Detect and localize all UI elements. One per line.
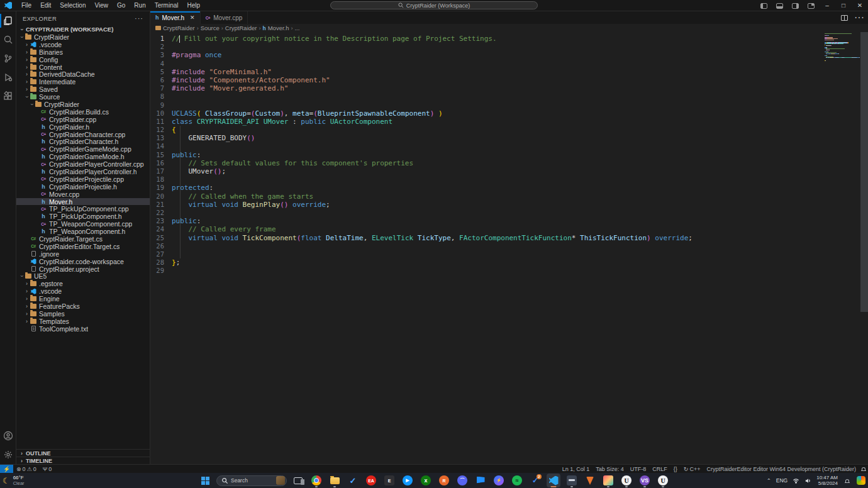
widgets-icon[interactable] — [857, 476, 865, 485]
tree-item-cryptraidereditor.target.cs[interactable]: C#CryptRaiderEditor.Target.cs — [16, 243, 150, 250]
tree-item-deriveddatacache[interactable]: ›DerivedDataCache — [16, 70, 150, 78]
tree-item-cryptraiderprojectile.cpp[interactable]: C+CryptRaiderProjectile.cpp — [16, 175, 150, 183]
command-center-search[interactable]: CryptRaider (Workspace) — [330, 1, 538, 9]
tree-item-cryptraidercharacter.cpp[interactable]: C+CryptRaiderCharacter.cpp — [16, 131, 150, 138]
menu-terminal[interactable]: Terminal — [150, 2, 183, 9]
maximize-button[interactable]: □ — [835, 0, 852, 11]
code-line-21[interactable]: 21 virtual void BeginPlay() override; — [150, 201, 868, 209]
breadcrumb-item[interactable]: CryptRaider — [225, 25, 257, 31]
code-line-8[interactable]: 8 — [150, 92, 868, 101]
tree-item-cryptraider.uproject[interactable]: CryptRaider.uproject — [16, 265, 150, 273]
tree-item-cryptraiderplayercontroller.h[interactable]: hCryptRaiderPlayerController.h — [16, 168, 150, 175]
tree-item-toolcomplete.txt[interactable]: ToolComplete.txt — [16, 325, 150, 333]
editor-more-actions[interactable]: ··· — [854, 12, 864, 23]
code-line-23[interactable]: 23public: — [150, 217, 868, 225]
code-line-28[interactable]: 28}; — [150, 258, 868, 267]
customize-layout-icon[interactable] — [808, 3, 815, 9]
breadcrumb-item[interactable]: Source — [201, 25, 220, 31]
toggle-panel-icon[interactable] — [776, 3, 783, 9]
code-line-10[interactable]: 10UCLASS( ClassGroup=(Custom), meta=(Blu… — [150, 109, 868, 118]
tree-item-.ignore[interactable]: .ignore — [16, 250, 150, 258]
toggle-secondary-sidebar-icon[interactable] — [792, 3, 799, 9]
taskbar-search[interactable]: Search — [216, 475, 287, 486]
status-utf-8[interactable]: UTF-8 — [627, 465, 650, 474]
code-line-2[interactable]: 2 — [150, 43, 868, 51]
tree-item-templates[interactable]: ›Templates — [16, 318, 150, 325]
menu-run[interactable]: Run — [130, 2, 150, 9]
minimize-button[interactable]: – — [819, 0, 835, 11]
close-button[interactable]: ✕ — [852, 0, 868, 11]
language-indicator[interactable]: ENG — [776, 477, 787, 484]
tree-item-cryptraider.build.cs[interactable]: C#CryptRaider.Build.cs — [16, 108, 150, 116]
status-cryptraidereditor-editor-win64-development-cryptraider-[interactable]: CryptRaiderEditor Editor Win64 Developme… — [703, 465, 859, 474]
code-line-27[interactable]: 27 — [150, 250, 868, 258]
taskbar-ea-icon[interactable]: EA — [364, 474, 378, 487]
tree-item-cryptraidergamemode.h[interactable]: hCryptRaiderGameMode.h — [16, 153, 150, 160]
code-line-13[interactable]: 13 GENERATED_BODY() — [150, 134, 868, 142]
tree-item-mover.cpp[interactable]: C+Mover.cpp — [16, 191, 150, 198]
breadcrumb-item[interactable]: Mover.h — [268, 25, 289, 31]
tree-item-intermediate[interactable]: ›Intermediate — [16, 78, 150, 86]
code-line-20[interactable]: 20 // Called when the game starts — [150, 192, 868, 201]
code-line-15[interactable]: 15public: — [150, 151, 868, 159]
tree-item-config[interactable]: ›Config — [16, 56, 150, 64]
tree-item-cryptraider[interactable]: ›CryptRaider — [16, 33, 150, 41]
split-editor-icon[interactable] — [841, 15, 848, 21]
taskbar-unreal-engine-2-icon[interactable]: U — [656, 474, 670, 487]
tree-item-.vscode[interactable]: ›.vscode — [16, 287, 150, 295]
breadcrumb-item[interactable]: ... — [294, 25, 299, 31]
tree-item-featurepacks[interactable]: ›FeaturePacks — [16, 302, 150, 310]
code-line-1[interactable]: 1// Fill out your copyright notice in th… — [150, 35, 868, 43]
tree-item-cryptraider.code-workspace[interactable]: CryptRaider.code-workspace — [16, 258, 150, 265]
taskbar-messenger-icon[interactable]: ⚡ — [492, 474, 506, 487]
code-line-18[interactable]: 18 — [150, 175, 868, 184]
code-line-17[interactable]: 17 UMover(); — [150, 167, 868, 175]
breadcrumb-item[interactable]: CryptRaider — [163, 25, 195, 31]
taskbar-epic-games-icon[interactable]: E — [382, 474, 396, 487]
tree-item-cryptraidergamemode.cpp[interactable]: C+CryptRaiderGameMode.cpp — [16, 145, 150, 153]
taskbar-visual-studio-icon[interactable]: VS — [638, 474, 652, 487]
editor-scrollbar[interactable] — [860, 32, 868, 312]
code-line-19[interactable]: 19protected: — [150, 184, 868, 192]
status-c++[interactable]: ↻C++ — [681, 465, 704, 474]
activity-extensions[interactable] — [0, 87, 16, 106]
taskbar-carrot-icon[interactable] — [583, 474, 597, 487]
code-line-22[interactable]: 22 — [150, 209, 868, 217]
wifi-icon[interactable] — [793, 477, 799, 484]
tree-item-cryptraider.h[interactable]: hCryptRaider.h — [16, 123, 150, 131]
code-line-4[interactable]: 4 — [150, 60, 868, 68]
problems-status[interactable]: ⊗0 ⚠0 — [13, 465, 40, 474]
tree-item-cryptraidercharacter.h[interactable]: hCryptRaiderCharacter.h — [16, 138, 150, 145]
code-line-29[interactable]: 29 — [150, 267, 868, 275]
explorer-more-actions[interactable]: ··· — [135, 14, 143, 22]
taskbar-discord-icon[interactable]: ⌒ — [455, 474, 469, 487]
ports-status[interactable]: Ψ0 — [40, 465, 55, 474]
outline-panel-header[interactable]: › OUTLINE — [16, 449, 150, 457]
activity-search[interactable] — [0, 30, 16, 49]
workspace-section-header[interactable]: › CRYPTRAIDER (WORKSPACE) — [16, 25, 150, 33]
tree-item-mover.h[interactable]: hMover.h — [16, 198, 150, 206]
taskbar-file-explorer-icon[interactable] — [328, 474, 342, 487]
tree-item-samples[interactable]: ›Samples — [16, 310, 150, 318]
taskbar-spotify-icon[interactable]: ≈ — [510, 474, 524, 487]
tree-item-tp_weaponcomponent.h[interactable]: hTP_WeaponComponent.h — [16, 228, 150, 235]
tab-mover.cpp[interactable]: C+Mover.cpp — [201, 11, 248, 24]
activity-settings[interactable] — [0, 445, 16, 464]
menu-view[interactable]: View — [91, 2, 113, 9]
taskbar-battle-flag-icon[interactable] — [474, 474, 487, 487]
taskbar-vscode-icon[interactable] — [547, 474, 560, 487]
tree-item-cryptraider.cpp[interactable]: C+CryptRaider.cpp — [16, 116, 150, 123]
menu-help[interactable]: Help — [183, 2, 205, 9]
taskbar-prime-icon[interactable]: ▶ — [401, 474, 415, 487]
close-tab-icon[interactable]: ✕ — [190, 14, 195, 21]
notifications-bell-icon[interactable] — [862, 467, 865, 470]
code-line-12[interactable]: 12{ — [150, 126, 868, 134]
taskbar-check-app-icon[interactable]: ✓ — [346, 474, 360, 487]
tree-item-tp_pickupcomponent.h[interactable]: hTP_PickUpComponent.h — [16, 213, 150, 220]
tree-item-engine[interactable]: ›Engine — [16, 295, 150, 302]
code-line-14[interactable]: 14 — [150, 142, 868, 150]
status-crlf[interactable]: CRLF — [649, 465, 670, 474]
menu-go[interactable]: Go — [113, 2, 130, 9]
taskbar-clock[interactable]: 10:47 AM5/8/2024 — [816, 475, 838, 486]
tree-item-.vscode[interactable]: ›.vscode — [16, 41, 150, 48]
